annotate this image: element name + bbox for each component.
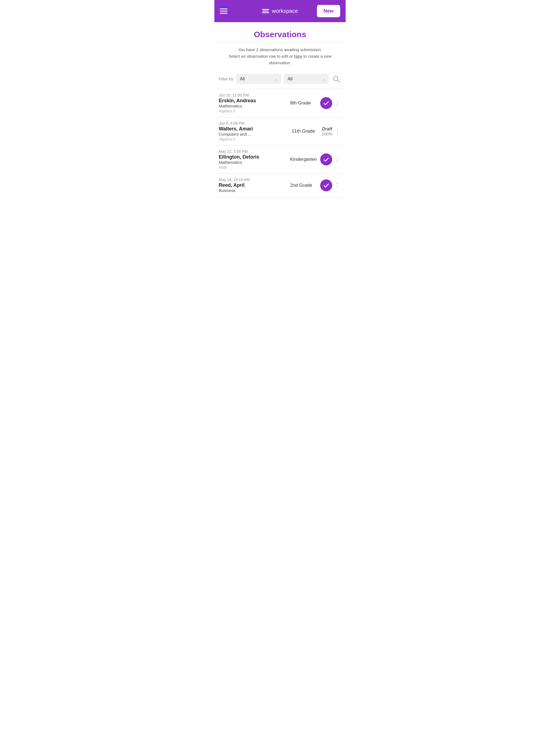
- obs-check-icon-1: [320, 97, 332, 109]
- obs-date-1: Jun 10, 11:50 PM: [219, 93, 287, 97]
- obs-right-4: ⋮: [320, 179, 341, 191]
- obs-info-3: May 22, 3:55 PM Ellington, Deloris Mathe…: [219, 149, 287, 170]
- obs-grade-1: 8th Grade: [290, 100, 317, 106]
- filter-label: Filter by: [219, 77, 233, 81]
- obs-name-3: Ellington, Deloris: [219, 154, 287, 160]
- subtitle-text: You have 2 observations awaiting submiss…: [229, 47, 331, 65]
- obs-subject-2: Computers and ...: [219, 132, 289, 136]
- obs-date-2: Jun 6, 4:09 PM: [219, 121, 289, 126]
- obs-draft-pct-2: 100%: [322, 131, 332, 136]
- observation-item[interactable]: Jun 6, 4:09 PM Walters, Amari Computers …: [214, 117, 346, 145]
- page-title: Observations: [214, 30, 346, 39]
- workspace-label: workspace: [272, 8, 298, 14]
- obs-right-1: ⋮: [320, 97, 341, 109]
- filter-select-2-wrap: All Mathematics Science English ⌄: [284, 74, 329, 84]
- obs-info-1: Jun 10, 11:50 PM Erskin, Andreas Mathema…: [219, 93, 287, 113]
- workspace-icon: [262, 9, 269, 13]
- obs-course-2: Algebra II: [219, 137, 289, 141]
- obs-more-button-3[interactable]: ⋮: [334, 155, 341, 164]
- obs-grade-4: 2nd Grade: [290, 183, 317, 188]
- obs-subject-4: Business: [219, 188, 287, 193]
- obs-more-button-1[interactable]: ⋮: [334, 98, 341, 108]
- observation-item[interactable]: Jun 10, 11:50 PM Erskin, Andreas Mathema…: [214, 89, 346, 117]
- obs-subject-1: Mathematics: [219, 104, 287, 108]
- obs-date-3: May 22, 3:55 PM: [219, 149, 287, 154]
- new-button[interactable]: New: [317, 5, 340, 17]
- obs-subject-3: Mathematics: [219, 160, 287, 164]
- obs-draft-2: Draft 100%: [322, 127, 332, 136]
- obs-more-button-4[interactable]: ⋮: [334, 181, 341, 190]
- obs-right-3: ⋮: [320, 153, 341, 165]
- obs-name-2: Walters, Amari: [219, 126, 289, 132]
- page-subtitle: You have 2 observations awaiting submiss…: [214, 47, 346, 66]
- obs-check-icon-3: [320, 153, 332, 165]
- obs-course-3: Math: [219, 165, 287, 170]
- observation-list: Jun 10, 11:50 PM Erskin, Andreas Mathema…: [214, 89, 346, 198]
- obs-date-4: May 18, 10:10 AM: [219, 177, 287, 182]
- obs-course-1: Algebra II: [219, 109, 287, 113]
- svg-point-0: [334, 76, 338, 81]
- title-divider: [214, 42, 346, 43]
- filter-select-1-wrap: All Grade 1 Grade 2 Grade 3 ⌄: [236, 74, 281, 84]
- filter-select-2[interactable]: All Mathematics Science English: [284, 74, 329, 84]
- obs-name-1: Erskin, Andreas: [219, 98, 287, 104]
- obs-info-4: May 18, 10:10 AM Reed, April Business: [219, 177, 287, 193]
- search-button[interactable]: [331, 74, 341, 84]
- observation-item[interactable]: May 22, 3:55 PM Ellington, Deloris Mathe…: [214, 145, 346, 173]
- obs-grade-3: Kindergarten: [290, 157, 317, 162]
- obs-draft-label-2: Draft: [322, 127, 332, 131]
- obs-check-icon-4: [320, 179, 332, 191]
- menu-button[interactable]: [220, 8, 228, 14]
- filter-select-1[interactable]: All Grade 1 Grade 2 Grade 3: [236, 74, 281, 84]
- search-icon: [332, 75, 340, 83]
- svg-line-1: [338, 80, 340, 82]
- obs-more-button-2[interactable]: ⋮: [334, 127, 341, 136]
- obs-grade-2: 11th Grade: [292, 129, 319, 134]
- obs-right-2: Draft 100% ⋮: [322, 127, 341, 136]
- subtitle-new-link[interactable]: New: [294, 54, 302, 58]
- filter-row: Filter by All Grade 1 Grade 2 Grade 3 ⌄ …: [214, 74, 346, 84]
- obs-name-4: Reed, April: [219, 182, 287, 188]
- page-content: Observations You have 2 observations awa…: [214, 30, 346, 198]
- app-header: workspace New: [214, 0, 346, 22]
- obs-info-2: Jun 6, 4:09 PM Walters, Amari Computers …: [219, 121, 289, 141]
- observation-item[interactable]: May 18, 10:10 AM Reed, April Business 2n…: [214, 173, 346, 198]
- header-workspace: workspace: [262, 8, 298, 14]
